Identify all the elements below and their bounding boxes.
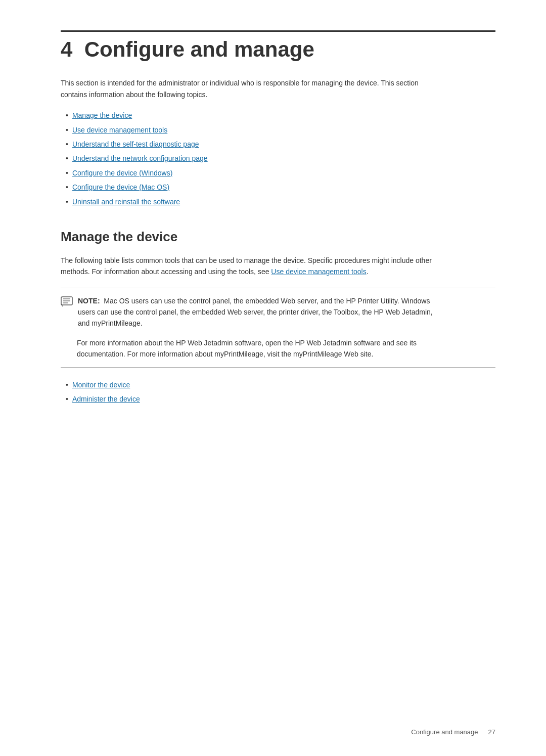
toc-link-manage[interactable]: Manage the device (72, 110, 132, 121)
note-text: Mac OS users can use the control panel, … (78, 297, 433, 328)
note-followup-text: For more information about the HP Web Je… (77, 337, 431, 360)
section-intro-text: The following table lists common tools t… (61, 255, 435, 278)
note-label: NOTE: (78, 297, 100, 305)
note-divider-top (61, 288, 495, 288)
note-box: NOTE: Mac OS users can use the control p… (61, 295, 435, 329)
toc-list: Manage the device Use device management … (66, 108, 495, 209)
note-divider-bottom (61, 367, 495, 368)
footer-content: Configure and manage 27 (411, 728, 495, 736)
footer-section-label: Configure and manage (411, 728, 478, 736)
toc-link-windows[interactable]: Configure the device (Windows) (72, 167, 172, 179)
bottom-link-item-2: Administer the device (66, 392, 495, 406)
toc-item-3: Understand the self-test diagnostic page (66, 137, 495, 151)
toc-item-6: Configure the device (Mac OS) (66, 180, 495, 194)
intro-paragraph: This section is intended for the adminis… (61, 77, 435, 100)
toc-link-tools[interactable]: Use device management tools (72, 124, 167, 136)
page-container: 4 Configure and manage This section is i… (0, 0, 546, 447)
toc-link-network[interactable]: Understand the network configuration pag… (72, 153, 208, 164)
toc-link-selftest[interactable]: Understand the self-test diagnostic page (72, 139, 199, 150)
toc-item-2: Use device management tools (66, 123, 495, 137)
toc-item-7: Uninstall and reinstall the software (66, 195, 495, 209)
bottom-links-list: Monitor the device Administer the device (66, 378, 495, 407)
toc-item-5: Configure the device (Windows) (66, 166, 495, 180)
toc-item-1: Manage the device (66, 108, 495, 122)
monitor-link[interactable]: Monitor the device (72, 379, 130, 390)
page-footer: Configure and manage 27 (0, 728, 546, 736)
section-intro-link[interactable]: Use device management tools (271, 268, 366, 276)
footer-page-number: 27 (488, 728, 495, 736)
administer-link[interactable]: Administer the device (72, 393, 140, 405)
manage-section-heading: Manage the device (61, 229, 495, 245)
note-content: NOTE: Mac OS users can use the control p… (78, 295, 435, 329)
note-icon (61, 296, 73, 306)
toc-link-macos[interactable]: Configure the device (Mac OS) (72, 182, 169, 193)
toc-item-4: Understand the network configuration pag… (66, 151, 495, 165)
toc-link-uninstall[interactable]: Uninstall and reinstall the software (72, 196, 180, 207)
bottom-link-item-1: Monitor the device (66, 378, 495, 392)
top-rule (61, 30, 495, 32)
chapter-title: 4 Configure and manage (61, 37, 495, 62)
